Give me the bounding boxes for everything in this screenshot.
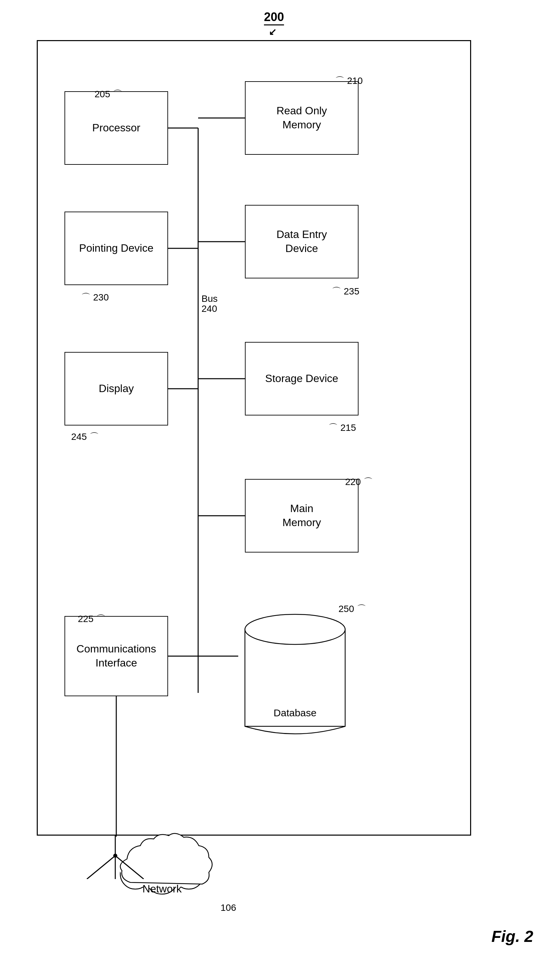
- data-entry-box: Data EntryDevice: [245, 205, 358, 279]
- processor-ref: 205 ⌒: [95, 88, 122, 101]
- main-memory-box: MainMemory: [245, 479, 358, 552]
- comms-to-network-line: [38, 696, 470, 837]
- fig2-label: Fig. 2: [492, 927, 533, 946]
- comms-ref: 225 ⌒: [78, 613, 106, 625]
- bus-label: Bus: [202, 294, 218, 304]
- network-ref: 106: [220, 902, 236, 913]
- rom-ref: ⌒ 210: [335, 75, 363, 87]
- pointing-ref: ⌒ 230: [81, 291, 109, 304]
- processor-box: Processor: [65, 91, 168, 165]
- svg-line-26: [115, 856, 144, 879]
- data-entry-ref: ⌒ 235: [332, 285, 360, 298]
- svg-point-11: [245, 614, 345, 644]
- bus-ref-label: 240: [202, 304, 217, 314]
- main-memory-ref: 220 ⌒: [345, 475, 373, 488]
- database-ref: 250 ⌒: [338, 603, 366, 615]
- figure-number: 200 ↙: [264, 10, 284, 38]
- comms-box: CommunicationsInterface: [65, 616, 168, 696]
- storage-box: Storage Device: [245, 342, 358, 415]
- svg-text:Network: Network: [142, 883, 182, 895]
- main-memory-label: MainMemory: [282, 502, 321, 529]
- processor-label: Processor: [92, 121, 140, 135]
- main-diagram-rect: Processor 205 ⌒ Read OnlyMemory ⌒ 210 Da…: [37, 40, 471, 836]
- data-entry-label: Data EntryDevice: [276, 228, 327, 255]
- storage-label: Storage Device: [265, 372, 338, 386]
- pointing-device-box: Pointing Device: [65, 212, 168, 285]
- comms-label: CommunicationsInterface: [77, 642, 156, 670]
- display-label: Display: [99, 382, 134, 396]
- storage-ref: ⌒ 215: [328, 422, 356, 434]
- rom-box: Read OnlyMemory: [245, 81, 358, 155]
- network-connector-line: [0, 836, 234, 879]
- rom-label: Read OnlyMemory: [276, 104, 327, 132]
- display-box: Display: [65, 352, 168, 425]
- pointing-label: Pointing Device: [79, 241, 153, 255]
- svg-line-24: [87, 856, 115, 879]
- display-ref: 245 ⌒: [71, 430, 99, 443]
- diagram-container: 200 ↙: [0, 0, 560, 979]
